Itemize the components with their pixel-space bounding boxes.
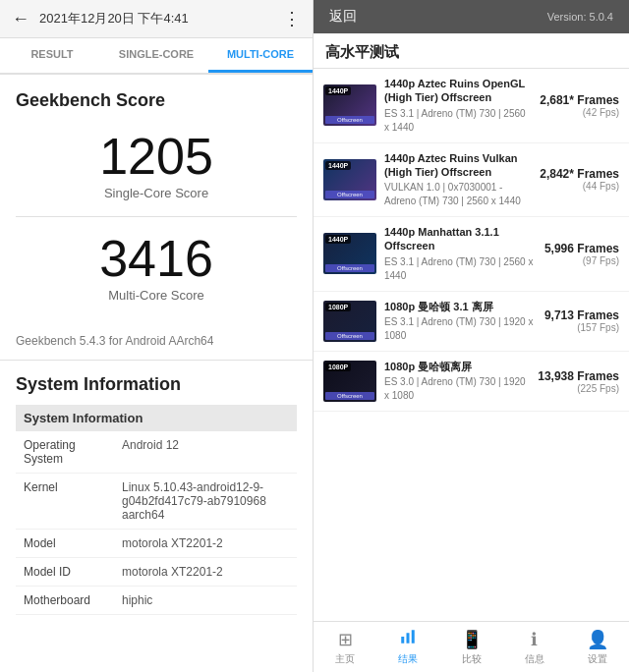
test-thumb: 1080P Offscreen	[323, 361, 376, 402]
settings-icon: 👤	[587, 629, 608, 650]
test-thumb-res: 1440P	[325, 161, 351, 170]
single-core-block: 1205 Single-Core Score	[16, 131, 297, 200]
test-score-num: 9,713 Frames	[544, 308, 619, 322]
geekbench-version: Geekbench 5.4.3 for Android AArch64	[0, 326, 313, 361]
system-info-header: System Information	[16, 405, 297, 431]
nav-results-label: 结果	[398, 652, 418, 666]
test-thumb-sub: Offscreen	[325, 392, 374, 400]
svg-rect-0	[402, 637, 405, 644]
test-thumb-sub: Offscreen	[325, 264, 374, 272]
test-thumb: 1440P Offscreen	[323, 84, 376, 126]
test-score: 2,842* Frames (44 Fps)	[540, 167, 619, 192]
test-score-fps: (225 Fps)	[538, 383, 619, 394]
row-val-kernel: Linux 5.10.43-android12-9-g04b2fd417c79-…	[114, 474, 297, 530]
test-thumb-res: 1080P	[325, 303, 351, 311]
single-core-score: 1205	[16, 131, 297, 182]
test-item[interactable]: 1080P Offscreen 1080p 曼哈顿 3.1 离屏 ES 3.1 …	[314, 292, 629, 352]
nav-compare[interactable]: 📱 比较	[439, 622, 502, 672]
test-score-fps: (42 Fps)	[540, 107, 619, 118]
right-panel: 返回 Version: 5.0.4 高水平测试 1440P Offscreen …	[313, 0, 629, 672]
nav-home-label: 主页	[335, 652, 355, 666]
left-panel: ← 2021年12月20日 下午4:41 ⋮ RESULT SINGLE-COR…	[0, 0, 313, 672]
svg-rect-2	[412, 630, 415, 644]
test-desc: VULKAN 1.0 | 0x7030001 - Adreno (TM) 730…	[384, 181, 532, 208]
row-key-model-id: Model ID	[16, 558, 114, 587]
multi-core-block: 3416 Multi-Core Score	[16, 233, 297, 303]
nav-info[interactable]: ℹ 信息	[503, 622, 566, 672]
table-row: Kernel Linux 5.10.43-android12-9-g04b2fd…	[16, 474, 297, 530]
test-thumb-res: 1440P	[325, 235, 351, 244]
test-desc: ES 3.1 | Adreno (TM) 730 | 2560 x 1440	[384, 255, 537, 283]
test-name: 1080p 曼哈顿 3.1 离屏	[384, 300, 537, 313]
multi-core-score: 3416	[16, 233, 297, 284]
test-score-num: 2,681* Frames	[540, 93, 619, 107]
svg-rect-1	[407, 633, 410, 644]
test-info: 1440p Manhattan 3.1.1 Offscreen ES 3.1 |…	[384, 225, 537, 283]
test-name: 1440p Manhattan 3.1.1 Offscreen	[384, 225, 537, 253]
compare-icon: 📱	[461, 629, 483, 650]
system-info-table: System Information Operating System Andr…	[16, 405, 297, 615]
nav-compare-label: 比较	[462, 652, 482, 666]
tab-multi-core[interactable]: MULTI-CORE	[208, 38, 313, 73]
back-icon[interactable]: ←	[12, 9, 29, 29]
results-icon	[399, 628, 417, 650]
nav-info-label: 信息	[525, 652, 544, 666]
test-name: 1080p 曼哈顿离屏	[384, 360, 530, 373]
test-item[interactable]: 1440P Offscreen 1440p Manhattan 3.1.1 Of…	[314, 217, 629, 292]
test-info: 1080p 曼哈顿离屏 ES 3.0 | Adreno (TM) 730 | 1…	[384, 360, 530, 403]
table-row: Model ID motorola XT2201-2	[16, 558, 297, 587]
test-score-num: 5,996 Frames	[544, 242, 619, 255]
row-val-os: Android 12	[114, 431, 297, 474]
test-score-fps: (157 Fps)	[544, 322, 619, 333]
row-key-motherboard: Motherboard	[16, 587, 114, 615]
test-list: 1440P Offscreen 1440p Aztec Ruins OpenGL…	[314, 69, 629, 621]
right-version: Version: 5.0.4	[547, 11, 613, 23]
geekbench-title: Geekbench Score	[16, 90, 297, 111]
row-key-model: Model	[16, 530, 114, 558]
info-icon: ℹ	[531, 629, 538, 650]
tab-result[interactable]: RESULT	[0, 38, 104, 73]
nav-home[interactable]: ⊞ 主页	[314, 622, 376, 672]
row-val-motherboard: hiphic	[114, 587, 297, 615]
single-core-label: Single-Core Score	[16, 186, 297, 200]
right-section-title: 高水平测试	[314, 33, 629, 69]
bottom-nav: ⊞ 主页 结果 📱 比较 ℹ 信息 👤 设置	[314, 621, 629, 672]
row-val-model: motorola XT2201-2	[114, 530, 297, 558]
row-key-kernel: Kernel	[16, 474, 114, 530]
system-info-title: System Information	[16, 374, 297, 395]
test-desc: ES 3.0 | Adreno (TM) 730 | 1920 x 1080	[384, 375, 530, 403]
right-header: 返回 Version: 5.0.4	[314, 0, 629, 33]
test-score-fps: (97 Fps)	[544, 255, 619, 266]
row-val-model-id: motorola XT2201-2	[114, 558, 297, 587]
test-desc: ES 3.1 | Adreno (TM) 730 | 2560 x 1440	[384, 107, 532, 135]
status-bar: ← 2021年12月20日 下午4:41 ⋮	[0, 0, 313, 38]
test-score: 13,938 Frames (225 Fps)	[538, 369, 619, 394]
score-divider	[16, 216, 297, 217]
test-item[interactable]: 1080P Offscreen 1080p 曼哈顿离屏 ES 3.0 | Adr…	[314, 352, 629, 412]
nav-settings-label: 设置	[588, 652, 607, 666]
tab-single-core[interactable]: SINGLE-CORE	[104, 38, 208, 73]
nav-settings[interactable]: 👤 设置	[566, 622, 629, 672]
test-score: 5,996 Frames (97 Fps)	[544, 242, 619, 266]
test-item[interactable]: 1440P Offscreen 1440p Aztec Ruins Vulkan…	[314, 143, 629, 218]
right-back-button[interactable]: 返回	[329, 8, 357, 26]
system-info-section: System Information System Information Op…	[0, 361, 313, 672]
multi-core-label: Multi-Core Score	[16, 288, 297, 303]
system-info-header-row: System Information	[16, 405, 297, 431]
test-item[interactable]: 1440P Offscreen 1440p Aztec Ruins OpenGL…	[314, 69, 629, 143]
nav-results[interactable]: 结果	[376, 622, 439, 672]
test-score-num: 2,842* Frames	[540, 167, 619, 181]
status-time: 2021年12月20日 下午4:41	[39, 10, 273, 28]
menu-icon[interactable]: ⋮	[283, 8, 301, 29]
test-info: 1440p Aztec Ruins Vulkan (High Tier) Off…	[384, 151, 532, 209]
test-thumb-sub: Offscreen	[325, 116, 374, 124]
score-section: Geekbench Score 1205 Single-Core Score 3…	[0, 75, 313, 326]
test-name: 1440p Aztec Ruins Vulkan (High Tier) Off…	[384, 151, 532, 180]
test-score-fps: (44 Fps)	[540, 181, 619, 192]
test-score-num: 13,938 Frames	[538, 369, 619, 383]
table-row: Operating System Android 12	[16, 431, 297, 474]
test-thumb: 1080P Offscreen	[323, 301, 376, 342]
test-thumb-sub: Offscreen	[325, 332, 374, 340]
table-row: Model motorola XT2201-2	[16, 530, 297, 558]
test-thumb: 1440P Offscreen	[323, 233, 376, 274]
